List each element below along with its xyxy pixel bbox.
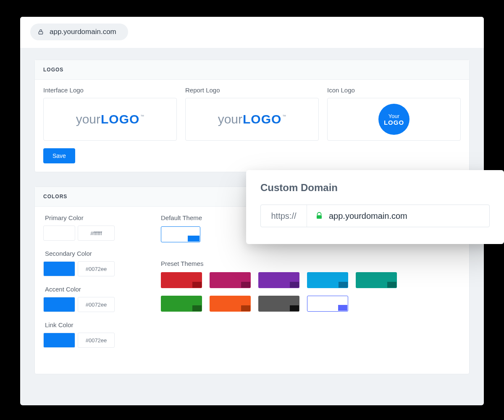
- secondary-color-hex[interactable]: #0072ee: [78, 261, 115, 276]
- preset-theme-accent: [192, 305, 202, 311]
- accent-color-field: Accent Color #0072ee: [43, 286, 136, 312]
- default-theme-accent: [188, 236, 200, 242]
- icon-logo-group: Icon Logo Your LOGO: [327, 87, 461, 141]
- lock-secure-icon: [315, 212, 323, 220]
- preset-theme[interactable]: [258, 272, 299, 288]
- preset-theme[interactable]: [210, 296, 251, 312]
- secondary-color-field: Secondary Color #0072ee: [43, 250, 136, 276]
- preset-theme[interactable]: [161, 296, 202, 312]
- save-button[interactable]: Save: [43, 148, 75, 163]
- custom-domain-card: Custom Domain https:// app.yourdomain.co…: [246, 170, 504, 244]
- logos-heading: LOGOS: [35, 60, 469, 80]
- preset-themes-label: Preset Themes: [161, 260, 461, 267]
- icon-logo-box[interactable]: Your LOGO: [327, 98, 461, 141]
- default-theme-swatch[interactable]: [161, 226, 200, 242]
- preset-theme[interactable]: [258, 296, 299, 312]
- primary-color-label: Primary Color: [45, 214, 136, 221]
- preset-theme[interactable]: [210, 272, 251, 288]
- url-pill[interactable]: app.yourdomain.com: [30, 24, 128, 40]
- preset-theme[interactable]: [307, 272, 348, 288]
- lock-icon: [38, 29, 44, 35]
- accent-color-label: Accent Color: [45, 286, 136, 293]
- interface-logo-label: Interface Logo: [43, 87, 177, 94]
- primary-color-swatch[interactable]: [43, 226, 75, 241]
- preset-theme-accent: [387, 282, 396, 288]
- svg-rect-1: [317, 215, 322, 219]
- preset-theme-accent: [241, 305, 250, 311]
- browser-bar: app.yourdomain.com: [20, 17, 484, 48]
- accent-color-swatch[interactable]: [43, 297, 75, 312]
- accent-color-hex[interactable]: #0072ee: [78, 297, 115, 312]
- preset-theme-accent: [338, 305, 347, 311]
- logos-panel: LOGOS Interface Logo yourLOGO™ Report Lo…: [34, 60, 470, 172]
- primary-color-hex[interactable]: #ffffff: [78, 226, 115, 241]
- logo-wordmark: yourLOGO™: [218, 112, 286, 126]
- url-text: app.yourdomain.com: [50, 28, 116, 36]
- secondary-color-label: Secondary Color: [45, 250, 136, 257]
- primary-color-field: Primary Color #ffffff: [43, 214, 136, 241]
- link-color-field: Link Color #0072ee: [43, 321, 136, 348]
- domain-value-wrap: app.yourdomain.com: [307, 205, 489, 227]
- custom-domain-title: Custom Domain: [260, 182, 490, 194]
- preset-theme-grid: [161, 272, 413, 312]
- domain-prefix: https://: [261, 205, 307, 227]
- logo-circle-icon: Your LOGO: [378, 104, 410, 135]
- icon-logo-label: Icon Logo: [327, 87, 461, 94]
- preset-theme-accent: [290, 305, 299, 311]
- report-logo-group: Report Logo yourLOGO™: [185, 87, 319, 141]
- color-fields: Primary Color #ffffff Secondary Color #0…: [43, 214, 136, 357]
- custom-domain-input[interactable]: https:// app.yourdomain.com: [260, 205, 490, 227]
- interface-logo-box[interactable]: yourLOGO™: [43, 98, 177, 141]
- preset-theme-accent: [241, 282, 250, 288]
- logo-wordmark: yourLOGO™: [76, 112, 144, 126]
- interface-logo-group: Interface Logo yourLOGO™: [43, 87, 177, 141]
- preset-theme[interactable]: [161, 272, 202, 288]
- link-color-hex[interactable]: #0072ee: [78, 333, 115, 348]
- preset-theme[interactable]: [356, 272, 397, 288]
- secondary-color-swatch[interactable]: [43, 261, 75, 276]
- report-logo-label: Report Logo: [185, 87, 319, 94]
- domain-value-text: app.yourdomain.com: [329, 211, 407, 221]
- preset-theme-accent: [290, 282, 299, 288]
- link-color-swatch[interactable]: [43, 333, 75, 348]
- svg-rect-0: [39, 32, 42, 34]
- preset-theme-accent: [192, 282, 202, 288]
- report-logo-box[interactable]: yourLOGO™: [185, 98, 319, 141]
- preset-theme[interactable]: [307, 296, 348, 312]
- link-color-label: Link Color: [45, 321, 136, 328]
- preset-theme-accent: [339, 282, 348, 288]
